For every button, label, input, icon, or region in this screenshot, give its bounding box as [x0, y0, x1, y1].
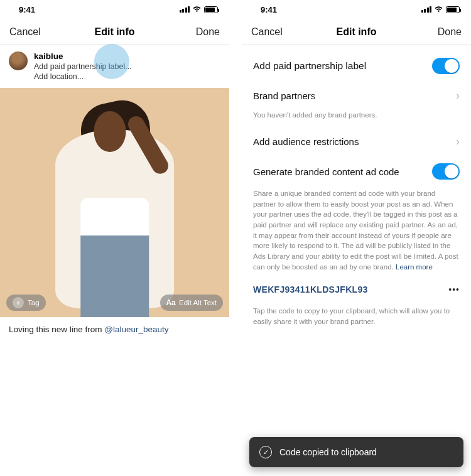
user-row: kaiblue Add paid partnership label... Ad…	[0, 45, 229, 88]
signal-icon	[180, 6, 190, 13]
audience-row[interactable]: Add audience restrictions ›	[253, 126, 460, 154]
wifi-icon	[434, 5, 443, 14]
cancel-button[interactable]: Cancel	[9, 26, 47, 38]
learn-more-link[interactable]: Learn more	[396, 263, 433, 271]
paid-label-toggle[interactable]	[432, 58, 460, 74]
adcode-help: Tap the code to copy to your clipboard, …	[253, 301, 460, 327]
check-icon: ✓	[259, 446, 272, 458]
battery-icon	[446, 6, 460, 13]
adcode-more-icon[interactable]: •••	[448, 284, 460, 295]
phone-right: 9:41 Cancel Edit info Done Add paid part…	[236, 0, 471, 476]
post-photo[interactable]: + Tag Aa Edit Alt Text	[0, 88, 229, 317]
tag-label: Tag	[28, 299, 40, 306]
signal-icon	[421, 6, 432, 13]
adcode-value[interactable]: WEKFJ93411KLDSJFKL93	[253, 284, 368, 295]
generate-adcode-toggle[interactable]	[432, 163, 460, 180]
toast-text: Code copied to clipboard	[279, 447, 377, 457]
audience-label: Add audience restrictions	[253, 136, 359, 147]
nav-title: Edit info	[337, 26, 377, 38]
adcode-description: Share a unique branded content ad code w…	[253, 186, 460, 282]
alt-text-button[interactable]: Aa Edit Alt Text	[160, 295, 223, 311]
chevron-right-icon: ›	[456, 135, 460, 148]
paid-label-row[interactable]: Add paid partnership label	[253, 49, 460, 80]
adcode-row: WEKFJ93411KLDSJFKL93 •••	[253, 282, 460, 301]
alt-text-label: Edit Alt Text	[179, 299, 217, 306]
status-bar: 9:41	[0, 0, 229, 19]
toast-copied: ✓ Code copied to clipboard	[249, 437, 463, 467]
brand-partners-row[interactable]: Brand partners ›	[253, 80, 460, 109]
nav-title: Edit info	[95, 26, 135, 38]
caption-text: Loving this new line from	[9, 325, 104, 334]
adcode-description-text: Share a unique branded content ad code w…	[253, 190, 458, 271]
cancel-button[interactable]: Cancel	[251, 26, 289, 38]
status-bar: 9:41	[242, 0, 471, 19]
plus-icon: +	[13, 297, 24, 308]
generate-adcode-row[interactable]: Generate branded content ad code	[253, 154, 460, 186]
done-button[interactable]: Done	[424, 26, 462, 38]
status-icons	[421, 5, 460, 14]
nav-bar: Cancel Edit info Done	[0, 19, 229, 45]
caption-mention[interactable]: @lalueur_beauty	[104, 325, 168, 334]
nav-bar: Cancel Edit info Done	[242, 19, 471, 45]
paid-label-title: Add paid partnership label	[253, 60, 366, 72]
status-icons	[180, 5, 219, 14]
aa-icon: Aa	[166, 298, 175, 307]
settings: Add paid partnership label Brand partner…	[242, 45, 471, 476]
location-prompt[interactable]: Add location...	[34, 72, 132, 82]
chevron-right-icon: ›	[456, 89, 460, 102]
paid-label-prompt[interactable]: Add paid partnership label...	[34, 62, 132, 72]
battery-icon	[204, 6, 218, 13]
avatar[interactable]	[9, 51, 28, 70]
caption[interactable]: Loving this new line from @lalueur_beaut…	[0, 317, 229, 342]
phone-left: 9:41 Cancel Edit info Done kaiblue Add p…	[0, 0, 236, 476]
status-time: 9:41	[261, 5, 277, 14]
brand-partners-help: You haven't added any brand partners.	[253, 109, 460, 126]
username: kaiblue	[34, 51, 132, 62]
done-button[interactable]: Done	[182, 26, 220, 38]
wifi-icon	[192, 5, 202, 14]
brand-partners-label: Brand partners	[253, 90, 315, 101]
generate-adcode-label: Generate branded content ad code	[253, 166, 399, 177]
tag-button[interactable]: + Tag	[6, 295, 46, 311]
status-time: 9:41	[19, 5, 35, 14]
